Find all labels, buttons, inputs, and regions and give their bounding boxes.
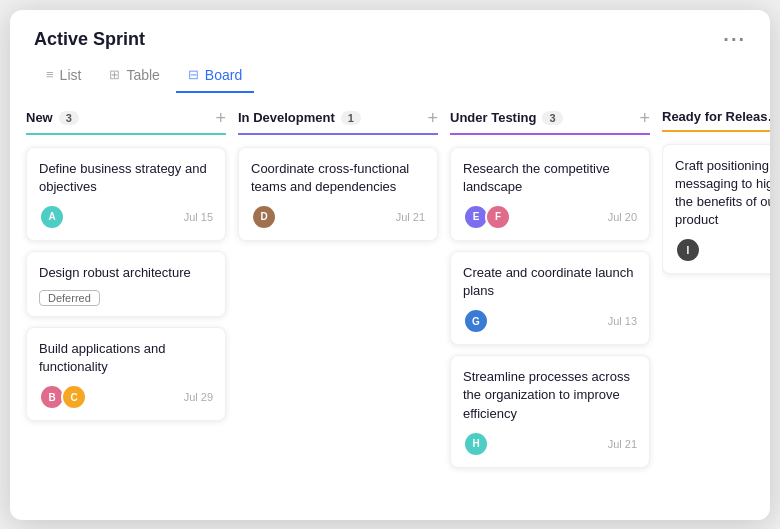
column-badge-dev: 1 <box>341 111 361 125</box>
card-coordinate-teams[interactable]: Coordinate cross-functional teams and de… <box>238 147 438 241</box>
card-launch-plans[interactable]: Create and coordinate launch plans G Jul… <box>450 251 650 345</box>
card-footer-launch-plans: G Jul 13 <box>463 308 637 334</box>
page-title: Active Sprint <box>34 29 145 50</box>
deferred-badge: Deferred <box>39 290 100 306</box>
tab-board-label: Board <box>205 67 242 83</box>
card-avatars-coordinate-teams: D <box>251 204 277 230</box>
card-research-landscape[interactable]: Research the competitive landscape E F J… <box>450 147 650 241</box>
table-icon: ⊞ <box>109 67 120 82</box>
card-date-build-applications: Jul 29 <box>184 391 213 403</box>
avatar: D <box>251 204 277 230</box>
avatar: H <box>463 431 489 457</box>
column-add-test[interactable]: + <box>639 109 650 127</box>
column-name-new: New <box>26 110 53 125</box>
tab-table-label: Table <box>126 67 159 83</box>
column-name-dev: In Development <box>238 110 335 125</box>
column-name-test: Under Testing <box>450 110 536 125</box>
column-header-dev: In Development 1 + <box>238 109 438 135</box>
avatar: I <box>675 237 701 263</box>
tab-list-label: List <box>60 67 82 83</box>
more-button[interactable]: ··· <box>723 28 746 51</box>
column-title-new: New 3 <box>26 110 79 125</box>
tabs-bar: ≡ List ⊞ Table ⊟ Board <box>10 51 770 93</box>
column-new: New 3 + Define business strategy and obj… <box>26 109 226 504</box>
column-header-release: Ready for Releas… <box>662 109 770 132</box>
avatar: A <box>39 204 65 230</box>
column-title-dev: In Development 1 <box>238 110 361 125</box>
card-date-launch-plans: Jul 13 <box>608 315 637 327</box>
column-in-development: In Development 1 + Coordinate cross-func… <box>238 109 438 504</box>
card-footer-build-applications: B C Jul 29 <box>39 384 213 410</box>
card-avatars-research-landscape: E F <box>463 204 511 230</box>
tab-board[interactable]: ⊟ Board <box>176 59 254 93</box>
tab-table[interactable]: ⊞ Table <box>97 59 171 93</box>
tab-list[interactable]: ≡ List <box>34 59 93 93</box>
card-build-applications[interactable]: Build applications and functionality B C… <box>26 327 226 421</box>
card-avatars-craft-positioning: I <box>675 237 701 263</box>
card-title-build-applications: Build applications and functionality <box>39 340 213 376</box>
column-title-test: Under Testing 3 <box>450 110 563 125</box>
header: Active Sprint ··· <box>10 10 770 51</box>
card-footer-craft-positioning: I <box>675 237 770 263</box>
card-footer-define-strategy: A Jul 15 <box>39 204 213 230</box>
card-title-research-landscape: Research the competitive landscape <box>463 160 637 196</box>
card-title-design-architecture: Design robust architecture <box>39 264 213 282</box>
main-window: Active Sprint ··· ≡ List ⊞ Table ⊟ Board… <box>10 10 770 520</box>
card-streamline-processes[interactable]: Streamline processes across the organiza… <box>450 355 650 468</box>
card-date-define-strategy: Jul 15 <box>184 211 213 223</box>
column-badge-new: 3 <box>59 111 79 125</box>
card-footer-streamline-processes: H Jul 21 <box>463 431 637 457</box>
list-icon: ≡ <box>46 67 54 82</box>
card-avatars-launch-plans: G <box>463 308 489 334</box>
card-design-architecture[interactable]: Design robust architecture Deferred <box>26 251 226 317</box>
card-footer-research-landscape: E F Jul 20 <box>463 204 637 230</box>
column-header-new: New 3 + <box>26 109 226 135</box>
column-add-dev[interactable]: + <box>427 109 438 127</box>
column-header-test: Under Testing 3 + <box>450 109 650 135</box>
card-avatars-define-strategy: A <box>39 204 65 230</box>
card-avatars-streamline-processes: H <box>463 431 489 457</box>
card-title-launch-plans: Create and coordinate launch plans <box>463 264 637 300</box>
board-icon: ⊟ <box>188 67 199 82</box>
card-title-coordinate-teams: Coordinate cross-functional teams and de… <box>251 160 425 196</box>
card-craft-positioning[interactable]: Craft positioning messaging to highlight… <box>662 144 770 275</box>
card-date-coordinate-teams: Jul 21 <box>396 211 425 223</box>
card-avatars-build-applications: B C <box>39 384 87 410</box>
avatar: G <box>463 308 489 334</box>
card-define-strategy[interactable]: Define business strategy and objectives … <box>26 147 226 241</box>
avatar: F <box>485 204 511 230</box>
board-area: New 3 + Define business strategy and obj… <box>10 93 770 520</box>
card-date-research-landscape: Jul 20 <box>608 211 637 223</box>
column-name-release: Ready for Releas… <box>662 109 770 124</box>
column-ready-for-release: Ready for Releas… Craft positioning mess… <box>662 109 770 504</box>
column-add-new[interactable]: + <box>215 109 226 127</box>
column-under-testing: Under Testing 3 + Research the competiti… <box>450 109 650 504</box>
card-title-streamline-processes: Streamline processes across the organiza… <box>463 368 637 423</box>
column-title-release: Ready for Releas… <box>662 109 770 124</box>
column-badge-test: 3 <box>542 111 562 125</box>
card-footer-coordinate-teams: D Jul 21 <box>251 204 425 230</box>
card-title-define-strategy: Define business strategy and objectives <box>39 160 213 196</box>
card-date-streamline-processes: Jul 21 <box>608 438 637 450</box>
avatar: C <box>61 384 87 410</box>
card-title-craft-positioning: Craft positioning messaging to highlight… <box>675 157 770 230</box>
